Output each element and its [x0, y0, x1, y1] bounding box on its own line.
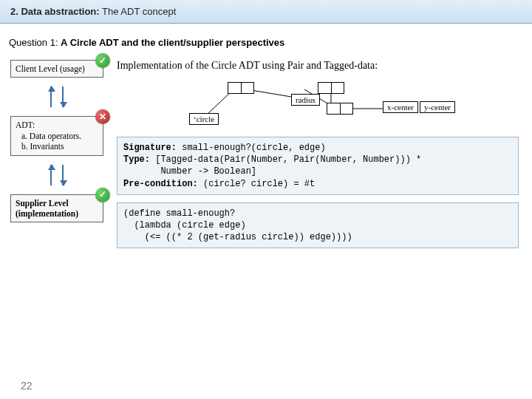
question-label: Question 1 [9, 37, 55, 48]
pair-node-right [318, 82, 344, 94]
tree-radius-label: radius [291, 94, 320, 106]
levels-column: Client Level (usage) ADT: a. Data operat… [0, 60, 117, 256]
pair-tree-diagram: ‘circle radius x-center y-center [117, 79, 519, 132]
pair-node-root [228, 82, 254, 94]
supplier-level-box: Supplier Level (implementation) [10, 194, 103, 223]
arrow-up-icon [50, 86, 52, 107]
check-icon [95, 53, 110, 68]
question-title: A Circle ADT and the client/supplier per… [61, 37, 284, 48]
section-header: 2. Data abstraction: The ADT concept [0, 0, 532, 24]
implementation-heading: Implementation of the Circle ADT using P… [117, 60, 519, 72]
tree-tag-label: ‘circle [189, 113, 219, 125]
define-block: (define small-enough? (lambda (circle ed… [117, 202, 519, 249]
tree-ycenter-label: y-center [420, 101, 455, 113]
arrows-2 [10, 156, 103, 194]
arrow-down-icon [62, 165, 64, 185]
adt-box: ADT: a. Data operators. b. Invariants [10, 116, 103, 155]
question-heading: Question 1: A Circle ADT and the client/… [9, 37, 532, 48]
implementation-column: Implementation of the Circle ADT using P… [117, 60, 532, 256]
section-title: The ADT concept [100, 6, 177, 17]
arrow-up-icon [50, 165, 52, 185]
arrows [10, 78, 103, 116]
signature-block: Signature: small-enough?(circle, edge) T… [117, 137, 519, 195]
tree-xcenter-label: x-center [383, 101, 418, 113]
pair-node-center [327, 103, 353, 115]
arrow-down-icon [62, 86, 64, 107]
cross-icon [95, 109, 110, 124]
client-level-box: Client Level (usage) [10, 60, 103, 78]
section-number: 2. Data abstraction: [10, 6, 100, 17]
page-number: 22 [21, 380, 33, 392]
check-icon [95, 188, 110, 202]
